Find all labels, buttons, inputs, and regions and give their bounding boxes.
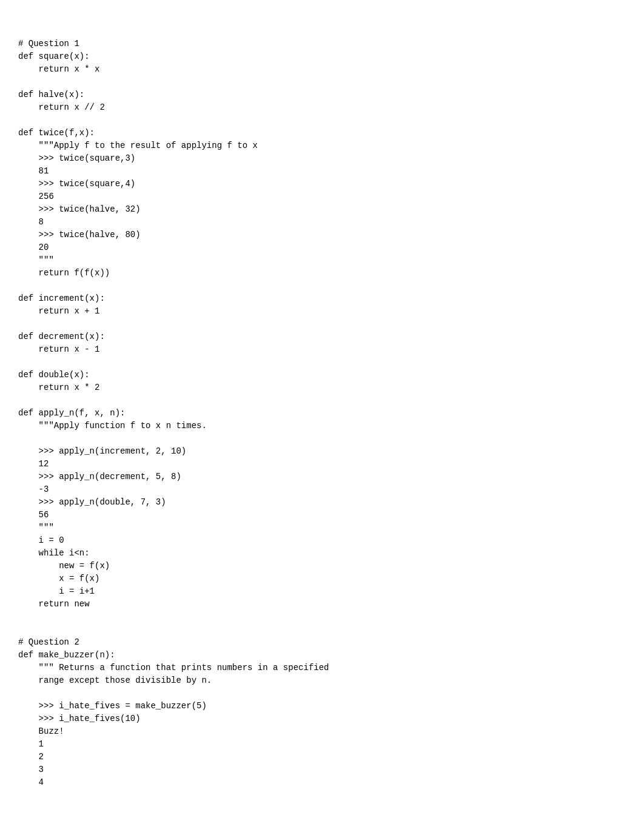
code-container: # Question 1 def square(x): return x * x… (0, 0, 644, 835)
code-block: # Question 1 def square(x): return x * x… (18, 38, 626, 789)
